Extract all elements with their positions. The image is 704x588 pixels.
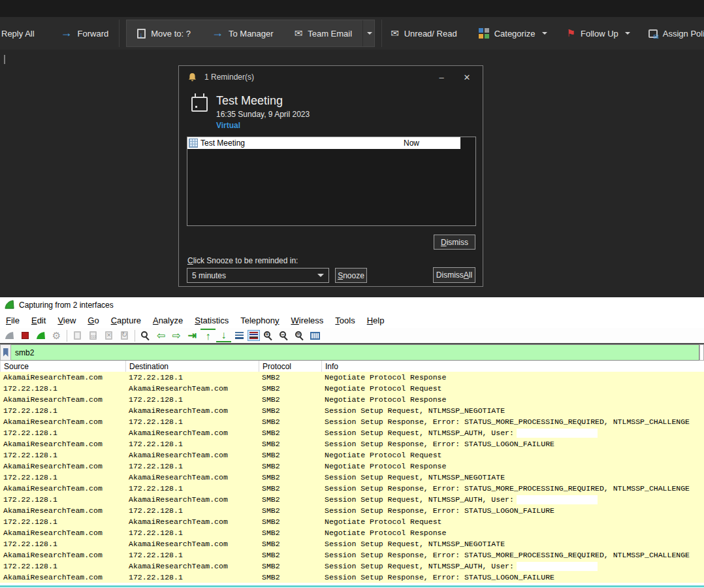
follow-up-button[interactable]: Follow Up	[567, 27, 630, 39]
unread-read-button[interactable]: Unread/ Read	[391, 27, 457, 39]
team-email-envelope-icon	[295, 27, 303, 39]
reload-file-icon[interactable]	[117, 329, 132, 342]
capture-options-icon[interactable]	[49, 329, 64, 342]
dropdown-arrow-icon	[317, 274, 324, 277]
packet-row[interactable]: 172.22.128.1 AkamaiResearchTeam.com SMB2…	[0, 405, 704, 416]
packet-row[interactable]: AkamaiResearchTeam.com 172.22.128.1 SMB2…	[0, 549, 704, 561]
packet-info: Session Setup Request, NTLMSSP_AUTH, Use…	[321, 495, 704, 504]
packet-list-header: Source Destination Protocol Info	[0, 361, 704, 372]
packet-protocol: SMB2	[259, 429, 321, 437]
to-manager-button[interactable]: To Manager	[201, 20, 284, 46]
categorize-button[interactable]: Categorize	[479, 28, 547, 39]
quick-steps-more-button[interactable]	[362, 20, 374, 46]
snooze-prompt-label: Click Snooze to be reminded in:	[187, 256, 298, 265]
menu-tools[interactable]: Tools	[329, 316, 360, 325]
reminder-list-item[interactable]: Test Meeting Now	[187, 137, 460, 149]
packet-protocol: SMB2	[259, 373, 321, 382]
assign-policy-button[interactable]: Assign Policy	[648, 29, 704, 39]
resize-columns-icon[interactable]	[308, 329, 323, 342]
packet-info-text: Session Setup Response, Error: STATUS_MO…	[325, 417, 690, 426]
zoom-reset-icon[interactable]	[292, 329, 307, 342]
colorize-packets-icon[interactable]	[248, 330, 260, 341]
packet-row[interactable]: 172.22.128.1 AkamaiResearchTeam.com SMB2…	[0, 449, 704, 461]
filter-bookmark-button[interactable]	[0, 344, 11, 361]
find-packet-icon[interactable]	[138, 329, 153, 342]
packet-source: AkamaiResearchTeam.com	[0, 462, 125, 470]
packet-row[interactable]: 172.22.128.1 AkamaiResearchTeam.com SMB2…	[0, 472, 704, 483]
column-header-protocol[interactable]: Protocol	[259, 361, 322, 372]
packet-row[interactable]: AkamaiResearchTeam.com 172.22.128.1 SMB2…	[0, 394, 704, 405]
packet-row[interactable]: AkamaiResearchTeam.com 172.22.128.1 SMB2…	[0, 483, 704, 494]
minimize-button[interactable]	[432, 69, 451, 85]
packet-protocol: SMB2	[259, 417, 321, 426]
menu-capture[interactable]: Capture	[105, 316, 147, 325]
team-email-button[interactable]: Team Email	[284, 20, 363, 46]
dismiss-button[interactable]: Dismiss	[434, 235, 475, 250]
reply-all-button[interactable]: Reply All	[1, 29, 35, 39]
packet-row[interactable]: AkamaiResearchTeam.com 172.22.128.1 SMB2…	[0, 372, 704, 383]
menu-edit[interactable]: Edit	[25, 316, 52, 325]
menu-go[interactable]: Go	[82, 316, 104, 325]
snooze-button[interactable]: Snooze	[335, 268, 367, 283]
dismiss-all-button[interactable]: Dismiss All	[433, 267, 475, 283]
packet-info-text: Session Setup Request, NTLMSSP_NEGOTIATE	[325, 473, 505, 482]
reminder-titlebar[interactable]: 1 Reminder(s)	[179, 66, 483, 88]
close-button[interactable]	[458, 69, 476, 85]
menu-telephony[interactable]: Telephony	[234, 316, 285, 325]
packet-row[interactable]: 172.22.128.1 AkamaiResearchTeam.com SMB2…	[0, 538, 704, 549]
packet-row[interactable]: AkamaiResearchTeam.com 172.22.128.1 SMB2…	[0, 572, 704, 583]
packet-info: Session Setup Request, NTLMSSP_NEGOTIATE	[321, 540, 704, 548]
packet-info-text: Session Setup Response, Error: STATUS_MO…	[325, 551, 690, 559]
chevron-down-icon	[367, 32, 372, 35]
packet-row[interactable]: 172.22.128.1 AkamaiResearchTeam.com SMB2…	[0, 494, 704, 505]
start-capture-icon[interactable]	[2, 329, 17, 342]
packet-row[interactable]: AkamaiResearchTeam.com 172.22.128.1 SMB2…	[0, 416, 704, 427]
wireshark-titlebar[interactable]: Capturing from 2 interfaces	[0, 297, 704, 312]
packet-row[interactable]: AkamaiResearchTeam.com 172.22.128.1 SMB2…	[0, 527, 704, 538]
menu-analyze[interactable]: Analyze	[147, 316, 189, 325]
close-file-icon[interactable]	[101, 329, 116, 342]
meeting-location-link[interactable]: Virtual	[216, 121, 310, 130]
column-header-source[interactable]: Source	[1, 361, 126, 372]
packet-row[interactable]: 172.22.128.1 AkamaiResearchTeam.com SMB2…	[0, 516, 704, 527]
packet-row[interactable]: AkamaiResearchTeam.com 172.22.128.1 SMB2…	[0, 461, 704, 472]
menu-view[interactable]: View	[52, 316, 82, 325]
packet-row[interactable]: AkamaiResearchTeam.com 172.22.128.1 SMB2…	[0, 438, 704, 449]
auto-scroll-icon[interactable]	[232, 329, 247, 342]
zoom-out-icon[interactable]	[276, 329, 291, 342]
snooze-duration-select[interactable]: 5 minutes	[187, 268, 329, 283]
menu-file[interactable]: File	[0, 316, 25, 325]
packet-destination: 172.22.128.1	[125, 462, 259, 470]
packet-protocol: SMB2	[259, 395, 321, 404]
go-back-icon[interactable]	[153, 329, 168, 342]
go-forward-icon[interactable]	[169, 329, 184, 342]
packet-row[interactable]: 172.22.128.1 AkamaiResearchTeam.com SMB2…	[0, 427, 704, 438]
go-to-packet-icon[interactable]	[185, 329, 200, 342]
save-file-icon[interactable]	[86, 329, 101, 342]
categorize-icon	[479, 28, 489, 39]
column-header-destination[interactable]: Destination	[126, 361, 259, 372]
stop-capture-icon[interactable]	[18, 329, 33, 342]
unread-read-envelope-icon	[391, 27, 399, 39]
menu-statistics[interactable]: Statistics	[189, 316, 234, 325]
go-to-bottom-icon[interactable]	[216, 329, 231, 342]
display-filter-input[interactable]: smb2	[11, 344, 699, 361]
workspace-artifact	[4, 55, 5, 64]
packet-destination: 172.22.128.1	[125, 484, 259, 493]
packet-destination: 172.22.128.1	[125, 573, 259, 581]
packet-row[interactable]: 172.22.128.1 AkamaiResearchTeam.com SMB2…	[0, 561, 704, 572]
move-to-button[interactable]: Move to: ?	[127, 20, 201, 46]
open-file-icon[interactable]	[70, 329, 85, 342]
zoom-in-icon[interactable]	[261, 329, 276, 342]
reminder-header: Test Meeting 16:35 Sunday, 9 April 2023 …	[191, 93, 310, 130]
packet-row[interactable]: 172.22.128.1 AkamaiResearchTeam.com SMB2…	[0, 383, 704, 394]
menu-help[interactable]: Help	[361, 316, 391, 325]
packet-row[interactable]: AkamaiResearchTeam.com 172.22.128.1 SMB2…	[0, 505, 704, 516]
menu-wireless[interactable]: Wireless	[285, 316, 330, 325]
to-manager-arrow-icon	[212, 28, 223, 39]
restart-capture-icon[interactable]	[33, 329, 48, 342]
column-header-info[interactable]: Info	[322, 361, 704, 372]
move-to-icon	[137, 29, 146, 39]
go-to-top-icon[interactable]	[200, 329, 216, 342]
forward-button[interactable]: Forward	[61, 28, 109, 39]
